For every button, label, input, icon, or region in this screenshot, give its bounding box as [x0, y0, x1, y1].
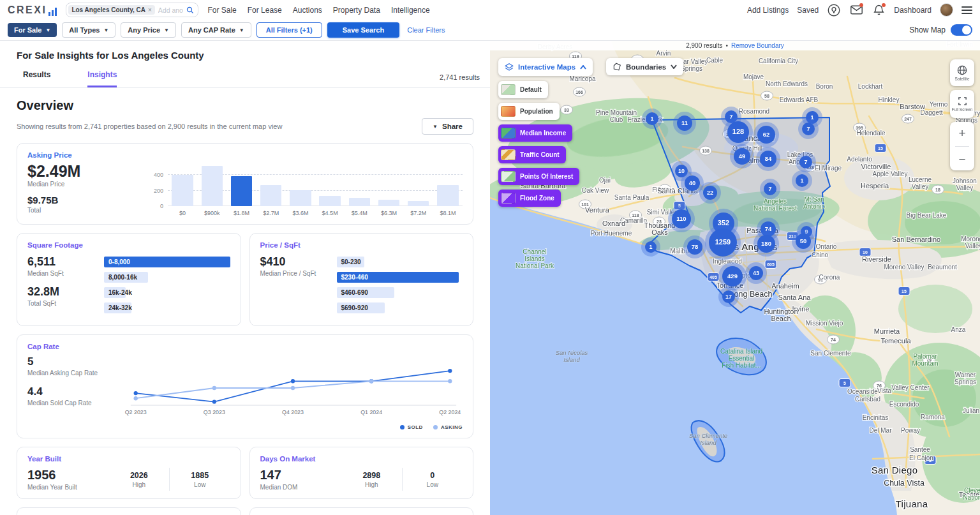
all-filters-button[interactable]: All Filters (+1) — [256, 22, 322, 38]
nav-auctions[interactable]: Auctions — [293, 6, 322, 15]
map-label: Moreno Valley — [884, 264, 924, 271]
histogram-bar[interactable] — [319, 196, 340, 206]
satellite-toggle-button[interactable]: Satellite — [950, 59, 974, 86]
data-point[interactable] — [448, 369, 452, 373]
data-point[interactable] — [369, 379, 373, 383]
interactive-maps-button[interactable]: Interactive Maps — [498, 58, 593, 76]
map-cluster-marker[interactable]: 62 — [754, 122, 779, 147]
map-layer-points-of-interest[interactable]: Points Of Interest — [498, 168, 579, 185]
boundaries-button[interactable]: Boundaries — [606, 58, 683, 75]
range-bar[interactable]: $690-920 — [337, 302, 385, 313]
range-bar[interactable]: $230-460 — [337, 272, 459, 283]
crexi-logo[interactable]: CREXI — [8, 4, 57, 16]
histogram-bar[interactable] — [202, 166, 223, 206]
map-cluster-marker[interactable]: 49 — [730, 144, 754, 168]
map-cluster-marker[interactable]: 22 — [699, 182, 721, 204]
clear-filters-link[interactable]: Clear Filters — [407, 26, 445, 34]
map-cluster-marker[interactable]: 11 — [673, 112, 696, 135]
nav-intelligence[interactable]: Intelligence — [391, 6, 430, 15]
any-price-filter-dropdown[interactable]: Any Price▼ — [121, 22, 176, 38]
map-cluster-marker[interactable]: 1 — [792, 170, 812, 191]
avatar[interactable] — [940, 3, 953, 17]
sqft-range-bars[interactable]: 0-8,0008,000-16k16k-24k24k-32k — [104, 255, 230, 318]
range-bar[interactable]: 8,000-16k — [104, 272, 148, 283]
data-point[interactable] — [212, 386, 216, 390]
messages-button[interactable] — [849, 3, 863, 17]
map-cluster-marker[interactable]: 43 — [745, 262, 767, 284]
map-cluster-marker[interactable]: 7 — [798, 119, 819, 139]
alerts-button[interactable] — [872, 3, 886, 17]
map-cluster-marker[interactable]: 7 — [796, 152, 816, 172]
remove-boundary-link[interactable]: Remove Boundary — [731, 42, 784, 49]
histogram-bar[interactable] — [172, 175, 193, 206]
range-bar[interactable]: 0-8,000 — [104, 257, 230, 267]
histogram-bar[interactable] — [349, 198, 370, 206]
map-layer-traffic-count[interactable]: Traffic Count — [498, 146, 566, 163]
search-chip[interactable]: Los Angeles County, CA × — [68, 5, 154, 15]
card-title: Cap Rate — [27, 343, 463, 350]
data-point[interactable] — [212, 399, 216, 403]
map-label: Daggett — [920, 109, 942, 116]
show-map-toggle[interactable] — [951, 24, 972, 36]
histogram-bar[interactable] — [408, 201, 429, 206]
for-sale-filter-dropdown[interactable]: For Sale▼ — [8, 23, 57, 37]
price-sqft-range-bars[interactable]: $0-230$230-460$460-690$690-920 — [337, 255, 463, 318]
range-bar[interactable]: $0-230 — [337, 257, 364, 267]
cap-rate-line-chart[interactable]: Q2 2023Q3 2023Q4 2023Q1 2024Q2 2024 SOLD… — [123, 355, 463, 430]
data-point[interactable] — [291, 379, 295, 383]
histogram-bar[interactable] — [231, 176, 252, 206]
map-cluster-marker[interactable]: 180 — [754, 231, 779, 257]
map-cluster-marker[interactable]: 7 — [760, 179, 780, 199]
range-bar[interactable]: 24k-32k — [104, 302, 131, 313]
map-cluster-marker[interactable]: 17 — [718, 287, 739, 307]
histogram-bar[interactable] — [437, 185, 458, 206]
histogram-bar[interactable] — [260, 185, 281, 206]
asking-price-histogram[interactable]: 4002000 $0$900k$1.8M$2.7M$3.6M$4.5M$5.4M… — [149, 163, 463, 216]
data-point[interactable] — [448, 379, 452, 383]
range-bar[interactable]: 16k-24k — [104, 287, 126, 298]
map-cluster-marker[interactable]: 1 — [641, 237, 660, 257]
nav-property-data[interactable]: Property Data — [333, 6, 380, 15]
chip-close-icon[interactable]: × — [148, 6, 152, 13]
map-label: North Edwards — [766, 80, 808, 87]
data-point[interactable] — [291, 386, 295, 390]
map-label: Arvin — [657, 50, 671, 57]
all-types-filter-dropdown[interactable]: All Types▼ — [62, 22, 115, 38]
data-point[interactable] — [134, 396, 138, 400]
tab-insights[interactable]: Insights — [87, 70, 117, 87]
location-search-input[interactable]: Los Angeles County, CA × Add anoth... — [66, 3, 198, 17]
insights-bulb-button[interactable] — [827, 3, 841, 17]
any-cap-rate-filter-dropdown[interactable]: Any CAP Rate▼ — [181, 22, 251, 38]
map-cluster-marker[interactable]: 429 — [718, 262, 746, 290]
search-icon[interactable] — [186, 6, 194, 14]
map-layer-default[interactable]: Default — [498, 81, 548, 98]
map-cluster-marker[interactable]: 1259 — [705, 225, 741, 260]
zoom-in-button[interactable]: + — [958, 124, 965, 142]
histogram-bar[interactable] — [378, 200, 399, 206]
map[interactable]: 5515151021040560581458138138247183953316… — [490, 41, 980, 515]
nav-for-sale[interactable]: For Sale — [207, 6, 236, 15]
nav-for-lease[interactable]: For Lease — [248, 6, 282, 15]
map-cluster-marker[interactable]: 84 — [756, 147, 780, 171]
map-cluster-marker[interactable]: 128 — [724, 117, 753, 147]
map-cluster-marker[interactable]: 50 — [792, 230, 815, 253]
dashboard-link[interactable]: Dashboard — [894, 6, 932, 15]
add-listings-link[interactable]: Add Listings — [747, 6, 789, 15]
map-cluster-marker[interactable]: 78 — [683, 235, 706, 258]
save-search-button[interactable]: Save Search — [327, 22, 399, 38]
map-layer-median-income[interactable]: Median Income — [498, 124, 572, 142]
data-point[interactable] — [134, 391, 138, 395]
saved-link[interactable]: Saved — [797, 6, 819, 15]
histogram-bar[interactable] — [290, 190, 311, 206]
tab-results[interactable]: Results — [23, 70, 50, 87]
map-cluster-marker[interactable]: 1 — [642, 108, 662, 129]
share-button[interactable]: ▼ Share — [422, 118, 473, 135]
full-screen-button[interactable]: Full Screen — [950, 90, 974, 118]
range-bar[interactable]: $460-690 — [337, 287, 395, 298]
zoom-out-button[interactable]: − — [958, 151, 965, 168]
hamburger-menu-icon[interactable] — [961, 6, 972, 14]
top-nav-right: Add Listings Saved Dashboard — [747, 3, 972, 17]
map-layer-population[interactable]: Population — [498, 103, 560, 120]
map-cluster-marker[interactable]: 110 — [668, 205, 695, 232]
map-layer-flood-zone[interactable]: Flood Zone — [498, 190, 561, 207]
